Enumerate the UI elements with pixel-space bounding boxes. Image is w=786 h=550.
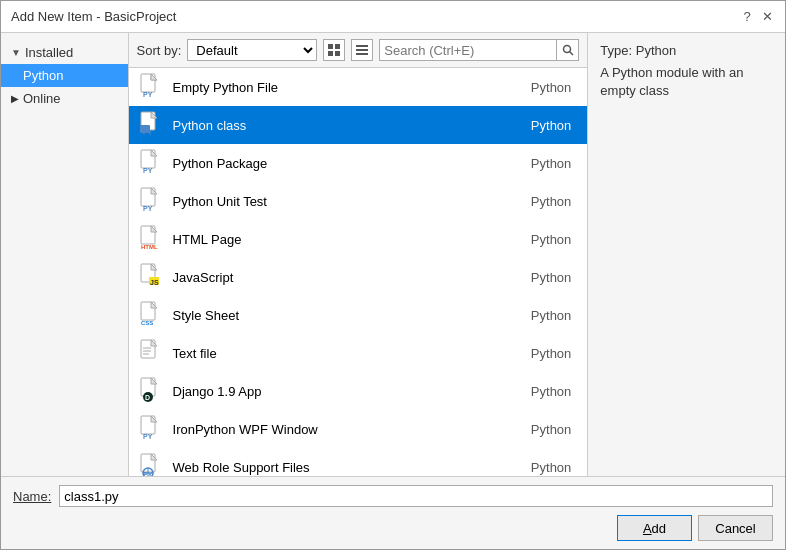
item-name: Python Unit Test bbox=[173, 194, 523, 209]
help-button[interactable]: ? bbox=[739, 9, 755, 25]
left-panel: ▼ Installed Python ▶ Online bbox=[1, 33, 129, 476]
list-item[interactable]: JS JavaScriptPython bbox=[129, 258, 588, 296]
item-name: IronPython WPF Window bbox=[173, 422, 523, 437]
installed-section[interactable]: ▼ Installed bbox=[1, 41, 128, 64]
grid-icon bbox=[327, 43, 341, 57]
item-icon: PY bbox=[137, 111, 165, 139]
svg-text:PY: PY bbox=[143, 91, 153, 98]
installed-arrow: ▼ bbox=[11, 47, 21, 58]
item-category: Python bbox=[531, 232, 571, 247]
title-bar-controls: ? ✕ bbox=[739, 9, 775, 25]
item-category: Python bbox=[531, 460, 571, 475]
list-item[interactable]: Text filePython bbox=[129, 334, 588, 372]
svg-line-8 bbox=[569, 52, 573, 56]
online-arrow: ▶ bbox=[11, 93, 19, 104]
item-icon: HTML bbox=[137, 225, 165, 253]
main-content: ▼ Installed Python ▶ Online Sort by: Def… bbox=[1, 33, 785, 476]
dialog: Add New Item - BasicProject ? ✕ ▼ Instal… bbox=[0, 0, 786, 550]
item-name: Text file bbox=[173, 346, 523, 361]
item-category: Python bbox=[531, 346, 571, 361]
item-icon bbox=[137, 339, 165, 367]
item-icon: JS bbox=[137, 263, 165, 291]
grid-view-button[interactable] bbox=[323, 39, 345, 61]
search-input[interactable] bbox=[380, 40, 556, 60]
svg-rect-3 bbox=[335, 51, 340, 56]
svg-rect-6 bbox=[356, 53, 368, 55]
close-button[interactable]: ✕ bbox=[759, 9, 775, 25]
svg-rect-0 bbox=[328, 44, 333, 49]
svg-text:D: D bbox=[145, 394, 150, 401]
item-icon: PY bbox=[137, 73, 165, 101]
cancel-button[interactable]: Cancel bbox=[698, 515, 773, 541]
svg-text:PY: PY bbox=[143, 167, 153, 174]
add-button-label: A bbox=[643, 521, 652, 536]
item-name: JavaScript bbox=[173, 270, 523, 285]
svg-text:JS: JS bbox=[150, 279, 159, 286]
search-button[interactable] bbox=[556, 40, 578, 60]
type-row: Type: Python bbox=[600, 43, 773, 58]
name-label: Name: bbox=[13, 489, 51, 504]
item-name: Django 1.9 App bbox=[173, 384, 523, 399]
svg-text:HTML: HTML bbox=[141, 244, 158, 250]
item-category: Python bbox=[531, 156, 571, 171]
toolbar: Sort by: Default bbox=[129, 33, 588, 68]
list-item[interactable]: PY Python classPython bbox=[129, 106, 588, 144]
list-item[interactable]: D Django 1.9 AppPython bbox=[129, 372, 588, 410]
item-category: Python bbox=[531, 118, 571, 133]
list-item[interactable]: PY Python PackagePython bbox=[129, 144, 588, 182]
sort-select[interactable]: Default bbox=[187, 39, 317, 61]
item-category: Python bbox=[531, 270, 571, 285]
item-name: Python Package bbox=[173, 156, 523, 171]
item-icon: PY bbox=[137, 415, 165, 443]
bottom-bar: Name: Add Cancel bbox=[1, 476, 785, 549]
svg-rect-4 bbox=[356, 45, 368, 47]
item-list: PY Empty Python FilePython PY Python cla… bbox=[129, 68, 588, 476]
item-name: HTML Page bbox=[173, 232, 523, 247]
list-item[interactable]: PY Empty Python FilePython bbox=[129, 68, 588, 106]
svg-text:PY: PY bbox=[143, 129, 153, 136]
item-category: Python bbox=[531, 194, 571, 209]
list-icon bbox=[355, 43, 369, 57]
right-panel: Type: Python A Python module with an emp… bbox=[588, 33, 785, 476]
item-category: Python bbox=[531, 80, 571, 95]
item-category: Python bbox=[531, 384, 571, 399]
type-label-text: Type: bbox=[600, 43, 632, 58]
online-section[interactable]: ▶ Online bbox=[1, 87, 128, 110]
installed-label: Installed bbox=[25, 45, 73, 60]
list-item[interactable]: HTML HTML PagePython bbox=[129, 220, 588, 258]
name-input[interactable] bbox=[59, 485, 773, 507]
svg-text:PY: PY bbox=[143, 433, 153, 440]
center-panel: Sort by: Default bbox=[129, 33, 589, 476]
window-title: Add New Item - BasicProject bbox=[11, 9, 176, 24]
name-row: Name: bbox=[13, 485, 773, 507]
add-button[interactable]: Add bbox=[617, 515, 692, 541]
item-category: Python bbox=[531, 308, 571, 323]
svg-rect-2 bbox=[328, 51, 333, 56]
python-category-item[interactable]: Python bbox=[1, 64, 128, 87]
type-description: A Python module with an empty class bbox=[600, 64, 773, 100]
list-item[interactable]: PY Web Role Support FilesPython bbox=[129, 448, 588, 476]
item-icon: PY bbox=[137, 187, 165, 215]
svg-text:CSS: CSS bbox=[141, 320, 153, 326]
svg-rect-5 bbox=[356, 49, 368, 51]
svg-point-7 bbox=[563, 46, 570, 53]
item-icon: PY bbox=[137, 149, 165, 177]
item-icon: D bbox=[137, 377, 165, 405]
add-button-rest: dd bbox=[652, 521, 666, 536]
item-name: Style Sheet bbox=[173, 308, 523, 323]
item-icon: PY bbox=[137, 453, 165, 476]
item-icon: CSS bbox=[137, 301, 165, 329]
online-label: Online bbox=[23, 91, 61, 106]
item-name: Python class bbox=[173, 118, 523, 133]
list-item[interactable]: PY Python Unit TestPython bbox=[129, 182, 588, 220]
type-value: Python bbox=[636, 43, 676, 58]
item-name: Empty Python File bbox=[173, 80, 523, 95]
title-bar: Add New Item - BasicProject ? ✕ bbox=[1, 1, 785, 33]
list-view-button[interactable] bbox=[351, 39, 373, 61]
search-box bbox=[379, 39, 579, 61]
svg-rect-1 bbox=[335, 44, 340, 49]
search-icon bbox=[562, 44, 574, 56]
list-item[interactable]: CSS Style SheetPython bbox=[129, 296, 588, 334]
button-row: Add Cancel bbox=[13, 515, 773, 541]
list-item[interactable]: PY IronPython WPF WindowPython bbox=[129, 410, 588, 448]
